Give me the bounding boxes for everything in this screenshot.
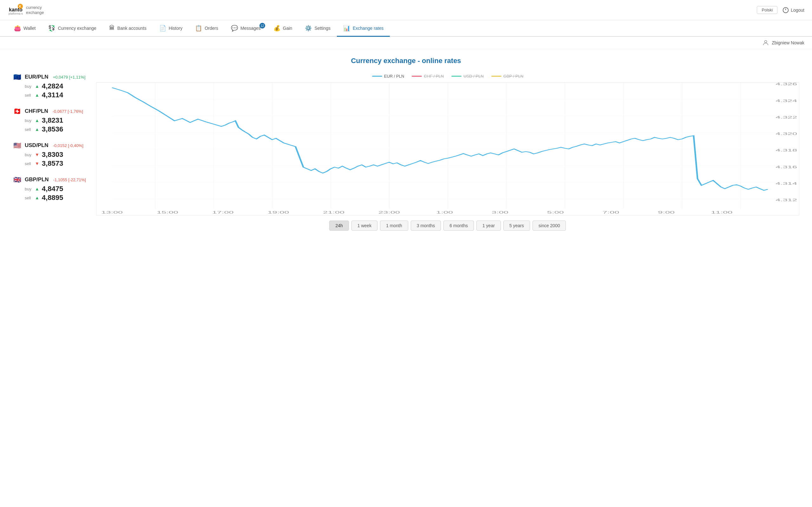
currency-header: 🇬🇧 GBP/PLN -1,1055 [-22,71%]: [13, 176, 86, 183]
buy-value-gbp-pln: 4,8475: [42, 185, 63, 193]
nav-item-history[interactable]: 📄 History: [153, 20, 189, 37]
svg-text:4.312: 4.312: [775, 198, 797, 202]
svg-rect-7: [112, 83, 783, 209]
nav-item-messages[interactable]: 💬 Messages 12: [224, 20, 267, 37]
time-btn-3months[interactable]: 3 months: [411, 221, 441, 231]
legend-label-usd-pln: USD / PLN: [463, 74, 484, 78]
currency-header: 🇪🇺 EUR/PLN +0,0479 [+1,11%]: [13, 74, 86, 80]
nav-item-wallet[interactable]: 👛 Wallet: [8, 20, 42, 37]
buy-value-eur-pln: 4,2824: [42, 82, 63, 90]
currency-header: 🇨🇭 CHF/PLN -0,0677 [-1,76%]: [13, 108, 86, 114]
sell-label: sell: [25, 93, 32, 98]
svg-point-6: [765, 41, 767, 43]
legend-line-usd-pln: [451, 76, 461, 77]
svg-text:platforma wymiany walut: platforma wymiany walut: [9, 12, 23, 15]
chart-area: EUR / PLN CHF / PLN USD / PLN GBP / PLN: [96, 74, 799, 231]
buy-value-chf-pln: 3,8231: [42, 116, 63, 124]
svg-text:4.326: 4.326: [775, 83, 797, 86]
user-avatar-icon: [762, 39, 769, 46]
user-name: Zbigniew Nowak: [772, 40, 804, 45]
buy-arrow: ▼: [35, 152, 39, 157]
logo-text: currency exchange: [26, 5, 44, 15]
legend-item-eur-pln[interactable]: EUR / PLN: [372, 74, 404, 78]
currency-flag-chf-pln: 🇨🇭: [13, 108, 21, 114]
legend-item-chf-pln[interactable]: CHF / PLN: [412, 74, 444, 78]
nav-label-history: History: [169, 26, 183, 31]
currency-buy-usd-pln: buy ▼ 3,8303: [13, 151, 86, 159]
main-nav: 👛 Wallet 💱 Currency exchange 🏛 Bank acco…: [0, 20, 812, 37]
nav-item-settings[interactable]: ⚙️ Settings: [299, 20, 337, 37]
sell-arrow: ▲: [35, 195, 39, 200]
currency-change-usd-pln: -0,0152 [-0,40%]: [53, 143, 84, 148]
time-buttons: 24h1 week1 month3 months6 months1 year5 …: [96, 221, 799, 231]
nav-label-messages: Messages: [241, 26, 261, 31]
nav-item-gain[interactable]: 💰 Gain: [267, 20, 299, 37]
svg-text:9:00: 9:00: [658, 210, 675, 214]
user-bar: Zbigniew Nowak: [0, 37, 812, 49]
page-title: Currency exchange - online rates: [13, 57, 799, 65]
logout-button[interactable]: Logout: [782, 7, 804, 13]
legend-line-chf-pln: [412, 76, 422, 77]
currency-flag-usd-pln: 🇺🇸: [13, 142, 21, 149]
currency-change-gbp-pln: -1,1055 [-22,71%]: [53, 177, 86, 182]
currency-header: 🇺🇸 USD/PLN -0,0152 [-0,40%]: [13, 142, 86, 149]
language-button[interactable]: Polski: [757, 6, 777, 14]
buy-label: buy: [25, 187, 32, 191]
svg-text:17:00: 17:00: [212, 210, 234, 214]
currency-item-chf-pln: 🇨🇭 CHF/PLN -0,0677 [-1,76%] buy ▲ 3,8231…: [13, 108, 86, 133]
nav-item-bank-accounts[interactable]: 🏛 Bank accounts: [103, 20, 153, 37]
svg-text:1:00: 1:00: [436, 210, 453, 214]
currency-sell-chf-pln: sell ▲ 3,8536: [13, 125, 86, 133]
svg-text:4.324: 4.324: [775, 99, 797, 103]
legend-item-usd-pln[interactable]: USD / PLN: [451, 74, 484, 78]
sell-value-eur-pln: 4,3114: [42, 91, 63, 99]
nav-icon-wallet: 👛: [14, 25, 21, 32]
buy-label: buy: [25, 153, 32, 157]
currency-flag-eur-pln: 🇪🇺: [13, 74, 21, 80]
legend-label-eur-pln: EUR / PLN: [384, 74, 404, 78]
sell-value-usd-pln: 3,8573: [42, 159, 63, 168]
nav-icon-messages: 💬: [231, 25, 238, 32]
buy-label: buy: [25, 118, 32, 123]
currency-name-gbp-pln: GBP/PLN: [25, 176, 49, 183]
buy-arrow: ▲: [35, 83, 39, 89]
logo-svg: kantor platforma wymiany walut K: [8, 3, 23, 18]
time-btn-1week[interactable]: 1 week: [351, 221, 377, 231]
svg-text:4.320: 4.320: [775, 132, 797, 136]
legend-label-gbp-pln: GBP / PLN: [503, 74, 523, 78]
time-btn-6months[interactable]: 6 months: [444, 221, 474, 231]
time-btn-1year[interactable]: 1 year: [476, 221, 501, 231]
header: kantor platforma wymiany walut K currenc…: [0, 0, 812, 20]
currency-sell-eur-pln: sell ▲ 4,3114: [13, 91, 86, 99]
sell-arrow: ▲: [35, 93, 39, 98]
nav-label-gain: Gain: [283, 26, 293, 31]
time-btn-24h[interactable]: 24h: [329, 221, 349, 231]
svg-text:4.322: 4.322: [775, 115, 797, 119]
nav-icon-orders: 📋: [195, 25, 202, 32]
currency-sell-usd-pln: sell ▼ 3,8573: [13, 159, 86, 168]
svg-text:5:00: 5:00: [547, 210, 564, 214]
currency-buy-chf-pln: buy ▲ 3,8231: [13, 116, 86, 124]
content-area: 🇪🇺 EUR/PLN +0,0479 [+1,11%] buy ▲ 4,2824…: [13, 74, 799, 231]
currency-list: 🇪🇺 EUR/PLN +0,0479 [+1,11%] buy ▲ 4,2824…: [13, 74, 86, 231]
nav-icon-currency-exchange: 💱: [48, 25, 55, 32]
svg-text:11:00: 11:00: [711, 210, 732, 214]
sell-value-gbp-pln: 4,8895: [42, 193, 63, 202]
currency-buy-eur-pln: buy ▲ 4,2824: [13, 82, 86, 90]
nav-item-orders[interactable]: 📋 Orders: [189, 20, 224, 37]
legend-item-gbp-pln[interactable]: GBP / PLN: [491, 74, 523, 78]
logo-line1: currency: [26, 5, 44, 10]
time-btn-since2000[interactable]: since 2000: [532, 221, 566, 231]
nav-item-exchange-rates[interactable]: 📊 Exchange rates: [337, 20, 390, 37]
chart-svg: 4.326 4.324 4.322 4.320 4.318 4.316 4.31…: [96, 83, 799, 215]
logo-line2: exchange: [26, 10, 44, 15]
logo-icon: kantor platforma wymiany walut K: [8, 3, 23, 18]
svg-text:23:00: 23:00: [378, 210, 400, 214]
time-btn-1month[interactable]: 1 month: [380, 221, 408, 231]
svg-text:K: K: [19, 5, 21, 8]
currency-name-usd-pln: USD/PLN: [25, 142, 49, 149]
time-btn-5years[interactable]: 5 years: [503, 221, 530, 231]
legend-line-gbp-pln: [491, 76, 502, 77]
sell-arrow: ▲: [35, 127, 39, 132]
nav-item-currency-exchange[interactable]: 💱 Currency exchange: [42, 20, 102, 37]
